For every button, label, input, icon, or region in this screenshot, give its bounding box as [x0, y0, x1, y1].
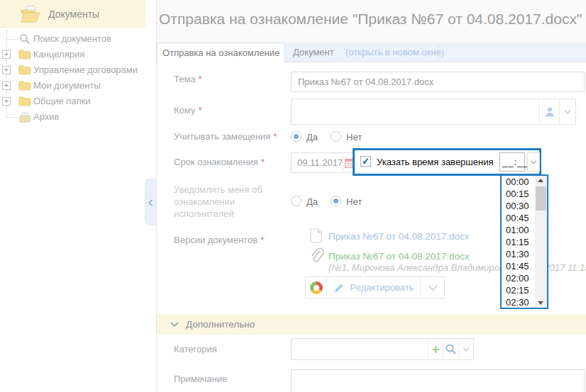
- sidebar: Документы Поиск документов + Канцелярия: [0, 0, 156, 392]
- time-option[interactable]: 02:30: [502, 296, 535, 308]
- search-icon: [18, 33, 31, 48]
- finish-time-highlight-box: Указать время завершения __:__: [353, 148, 541, 176]
- open-in-app-button[interactable]: [306, 277, 326, 298]
- attachment-version-link[interactable]: Приказ №67 от 04.08.2017.docx: [328, 251, 469, 262]
- due-date-group: 09.11.2017: [291, 152, 357, 173]
- to-field-group: [291, 99, 576, 125]
- finish-time-checkbox[interactable]: [360, 156, 371, 167]
- section-additional[interactable]: Дополнительно: [157, 314, 586, 335]
- version-actions-group: Редактировать: [305, 276, 445, 298]
- versions-label: Версии документов*: [174, 235, 264, 245]
- to-label: Кому*: [174, 105, 201, 116]
- scrollbar-thumb[interactable]: [536, 186, 546, 211]
- notify-label: Уведомлять меня об ознакомлении исполнит…: [174, 184, 282, 220]
- sidebar-root-label: Документы: [48, 9, 99, 20]
- chevron-down-icon: [463, 347, 470, 352]
- paperclip-icon: [309, 248, 324, 267]
- finish-time-dropdown-button[interactable]: [527, 152, 540, 172]
- sidebar-item-search-documents[interactable]: Поиск документов: [0, 31, 145, 47]
- pencil-icon: [333, 281, 345, 293]
- document-version-link[interactable]: Приказ №67 от 04.08.2017.docx: [328, 231, 469, 242]
- edit-button[interactable]: Редактировать: [326, 277, 420, 298]
- time-option[interactable]: 02:00: [502, 272, 535, 284]
- folder-icon: [18, 48, 31, 63]
- category-search-button[interactable]: [443, 339, 458, 359]
- substitutions-yes-label[interactable]: Да: [306, 132, 318, 142]
- archive-icon: [18, 111, 31, 126]
- scroll-up-arrow[interactable]: [535, 176, 547, 186]
- category-label: Категория: [174, 344, 217, 354]
- sidebar-item-upravlenie-dogovorami[interactable]: + Управление договорами: [0, 62, 145, 78]
- notify-no-label[interactable]: Нет: [346, 196, 362, 207]
- tab-document[interactable]: Документ: [293, 43, 334, 62]
- app-window: Документы Поиск документов + Канцелярия: [0, 0, 586, 392]
- due-date-value[interactable]: 09.11.2017: [292, 153, 343, 172]
- sidebar-item-arhiv[interactable]: Архив: [0, 109, 145, 125]
- person-icon: [544, 106, 555, 118]
- expand-plus-icon[interactable]: +: [2, 66, 11, 74]
- tab-document-open-new-window-link[interactable]: (открыть в новом окне): [345, 43, 444, 62]
- expand-plus-icon[interactable]: +: [2, 97, 11, 106]
- category-input[interactable]: [292, 339, 428, 359]
- chevron-down-icon: [564, 110, 571, 114]
- sidebar-item-moi-dokumenty[interactable]: + Мои документы: [0, 78, 145, 94]
- notify-yes-radio[interactable]: [291, 196, 302, 206]
- time-option[interactable]: 01:30: [502, 248, 535, 260]
- category-dropdown-button[interactable]: [458, 339, 473, 359]
- time-option[interactable]: 02:15: [502, 284, 535, 296]
- tab-send-for-review[interactable]: Отправка на ознакомление: [157, 43, 285, 63]
- page-title: Отправка на ознакомление "Приказ №67 от …: [159, 11, 582, 28]
- notify-yes-label[interactable]: Да: [306, 196, 318, 207]
- category-field-group: +: [291, 338, 474, 360]
- sidebar-item-documents-root[interactable]: Документы: [0, 0, 145, 28]
- time-option[interactable]: 00:00: [502, 176, 535, 188]
- note-textarea[interactable]: [291, 369, 585, 392]
- document-icon: [310, 228, 322, 246]
- sidebar-item-kancelyariya[interactable]: + Канцелярия: [0, 47, 145, 62]
- category-add-button[interactable]: +: [428, 339, 443, 359]
- theme-input[interactable]: [291, 72, 585, 92]
- expand-plus-icon[interactable]: +: [2, 82, 11, 90]
- folder-icon: [18, 95, 31, 110]
- edit-button-label: Редактировать: [350, 282, 414, 293]
- chevron-left-icon: [148, 199, 153, 206]
- chevron-down-icon: [428, 285, 438, 291]
- notify-no-radio[interactable]: [331, 196, 341, 206]
- folder-icon: [18, 79, 31, 94]
- note-label: Примечание: [174, 374, 227, 384]
- to-dropdown-button[interactable]: [559, 99, 575, 124]
- finish-time-input[interactable]: __:__: [499, 152, 525, 172]
- time-option[interactable]: 01:00: [502, 224, 535, 236]
- edit-dropdown-button[interactable]: [420, 277, 444, 298]
- section-additional-label: Дополнительно: [186, 319, 255, 330]
- time-dropdown-list: 00:00 00:15 00:30 00:45 01:00 01:15 01:3…: [500, 174, 548, 309]
- due-date-label: Срок ознакомления*: [174, 157, 265, 167]
- search-icon: [445, 343, 457, 355]
- time-option[interactable]: 01:15: [502, 236, 535, 248]
- time-option[interactable]: 00:15: [502, 188, 535, 200]
- substitutions-label: Учитывать замещения*: [174, 131, 277, 142]
- finish-time-checkbox-label[interactable]: Указать время завершения: [377, 150, 493, 174]
- scroll-down-arrow[interactable]: [535, 298, 547, 308]
- time-option[interactable]: 00:30: [502, 200, 535, 212]
- time-option[interactable]: 00:45: [502, 212, 535, 224]
- application-color-ring-icon: [310, 281, 323, 294]
- time-options: 00:00 00:15 00:30 00:45 01:00 01:15 01:3…: [502, 176, 535, 308]
- dropdown-scrollbar[interactable]: [535, 176, 547, 308]
- substitutions-yes-radio[interactable]: [291, 131, 302, 142]
- select-person-button[interactable]: [539, 99, 559, 124]
- theme-label: Тема*: [174, 74, 202, 84]
- chevron-down-icon: [530, 160, 537, 164]
- time-option[interactable]: 01:45: [502, 260, 535, 272]
- open-folder-icon: [20, 5, 41, 26]
- to-input[interactable]: [292, 99, 539, 124]
- substitutions-no-label[interactable]: Нет: [346, 132, 362, 142]
- expand-plus-icon[interactable]: +: [2, 50, 11, 59]
- plus-icon: +: [432, 342, 440, 356]
- sidebar-item-obshchie-papki[interactable]: + Общие папки: [0, 94, 145, 109]
- substitutions-no-radio[interactable]: [331, 131, 341, 142]
- sidebar-collapse-handle[interactable]: [145, 179, 156, 225]
- chevron-down-icon: [170, 322, 179, 327]
- tab-separator: [438, 45, 438, 60]
- folder-icon: [18, 64, 31, 79]
